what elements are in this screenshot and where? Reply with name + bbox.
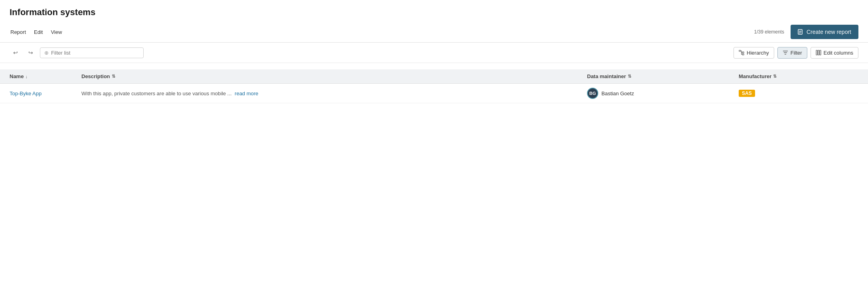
sort-icon-name: ↓ [25, 74, 28, 79]
svg-rect-6 [742, 54, 744, 55]
menu-item-edit[interactable]: Edit [33, 28, 43, 37]
svg-rect-15 [818, 50, 819, 55]
svg-rect-4 [739, 50, 741, 51]
cell-manufacturer: SAS [739, 90, 858, 97]
action-bar-left: ↩ ↪ ⊕ [10, 47, 144, 59]
action-bar-right: Hierarchy Filter Edit columns [734, 47, 858, 59]
filter-button[interactable]: Filter [777, 47, 807, 59]
svg-rect-5 [742, 52, 744, 53]
read-more-link[interactable]: read more [235, 90, 258, 96]
element-count: 1/39 elements [754, 29, 784, 35]
toolbar-right: 1/39 elements Create new report [754, 25, 858, 39]
table-row: Top-Byke App With this app, private cust… [0, 84, 868, 103]
manufacturer-badge: SAS [739, 90, 755, 97]
filter-label: Filter [791, 50, 802, 56]
column-header-manufacturer[interactable]: Manufacturer ⇅ [739, 73, 858, 79]
filter-list-input[interactable] [51, 50, 139, 56]
edit-columns-button[interactable]: Edit columns [811, 47, 858, 59]
cell-name: Top-Byke App [10, 90, 81, 96]
redo-icon: ↪ [28, 49, 33, 56]
table-header-wrapper: Name ↓ Description ⇅ Data maintainer ⇅ M… [0, 69, 868, 103]
page-title: Information systems [10, 7, 858, 18]
action-bar: ↩ ↪ ⊕ Hierarchy [0, 43, 868, 63]
hierarchy-label: Hierarchy [747, 50, 769, 56]
filter-search-icon: ⊕ [44, 50, 49, 56]
filter-icon [783, 50, 788, 55]
hierarchy-button[interactable]: Hierarchy [734, 47, 774, 59]
column-header-name[interactable]: Name ↓ [10, 73, 81, 79]
column-header-description[interactable]: Description ⇅ [81, 73, 587, 79]
toolbar: Report Edit View 1/39 elements Create ne… [0, 22, 868, 43]
cell-description: With this app, private customers are abl… [81, 90, 587, 96]
svg-rect-16 [820, 50, 821, 55]
undo-button[interactable]: ↩ [10, 47, 22, 59]
edit-columns-icon [816, 50, 821, 55]
hierarchy-icon [739, 50, 744, 55]
menu-item-view[interactable]: View [50, 28, 63, 37]
item-name-link[interactable]: Top-Byke App [10, 90, 42, 96]
edit-columns-label: Edit columns [824, 50, 853, 56]
menu-items: Report Edit View [10, 28, 63, 37]
undo-icon: ↩ [13, 49, 18, 56]
toolbar-left: Report Edit View [10, 28, 63, 37]
avatar: BG [587, 88, 598, 99]
filter-input-wrap: ⊕ [40, 47, 144, 58]
menu-item-report[interactable]: Report [10, 28, 27, 37]
table-header-row: Name ↓ Description ⇅ Data maintainer ⇅ M… [0, 69, 868, 84]
page-header: Information systems [0, 0, 868, 18]
sort-icon-manufacturer: ⇅ [773, 74, 777, 79]
svg-rect-14 [816, 50, 817, 55]
report-icon [798, 29, 803, 35]
sort-icon-description: ⇅ [112, 74, 115, 79]
cell-data-maintainer: BG Bastian Goetz [587, 88, 739, 99]
redo-button[interactable]: ↪ [25, 47, 37, 59]
create-new-report-button[interactable]: Create new report [791, 25, 858, 39]
maintainer-name: Bastian Goetz [601, 90, 634, 96]
column-header-data-maintainer[interactable]: Data maintainer ⇅ [587, 73, 739, 79]
sort-icon-maintainer: ⇅ [628, 74, 631, 79]
